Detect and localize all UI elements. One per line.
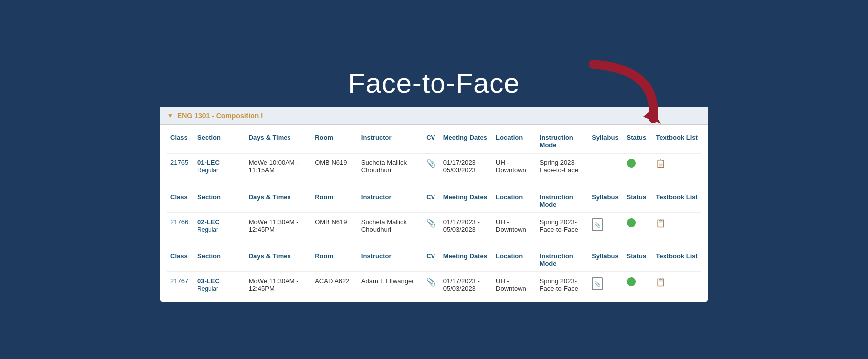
textbook-cell-1: 📋 — [653, 153, 701, 179]
col-header-location: Location — [493, 130, 537, 153]
col-header-class-3: Class — [167, 248, 194, 272]
mode-cell-2: Spring 2023-Face-to-Face — [537, 213, 589, 238]
col-header-cv-2: CV — [423, 189, 440, 213]
section-link-2[interactable]: 02-LEC — [197, 218, 243, 226]
syllabus-cell-2: 📎 — [589, 213, 623, 238]
col-header-syllabus-3: Syllabus — [589, 248, 623, 272]
table-section-2: Class Section Days & Times Room Instruct… — [160, 184, 708, 243]
col-header-cv-3: CV — [423, 248, 440, 272]
class-link-1[interactable]: 21765 — [170, 159, 188, 166]
cv-cell-3: 📎 — [423, 272, 440, 297]
col-header-days-3: Days & Times — [246, 248, 312, 272]
cv-attachment-icon-2[interactable]: 📎 — [426, 219, 436, 227]
col-header-section-3: Section — [194, 248, 246, 272]
section-table-1: Class Section Days & Times Room Instruct… — [167, 130, 701, 179]
col-header-instructor: Instructor — [358, 130, 423, 153]
textbook-cell-3: 📋 — [653, 272, 701, 297]
textbook-icon-3[interactable]: 📋 — [656, 277, 666, 287]
col-header-location-2: Location — [493, 189, 537, 213]
room-cell-1: OMB N619 — [312, 153, 358, 179]
section-link-1[interactable]: 01-LEC — [197, 159, 243, 166]
outer-container: Face-to-Face ▼ ENG 1301 - Composition I … — [160, 57, 708, 302]
section-type-1: Regular — [197, 167, 218, 174]
status-dot-1 — [627, 159, 636, 168]
col-header-days-2: Days & Times — [246, 189, 312, 213]
instructor-cell-2: Sucheta Mallick Choudhuri — [358, 213, 423, 238]
section-table-2: Class Section Days & Times Room Instruct… — [167, 189, 701, 238]
table-section-1: Class Section Days & Times Room Instruct… — [160, 125, 708, 184]
room-cell-3: ACAD A622 — [312, 272, 358, 297]
col-header-meeting-2: Meeting Dates — [440, 189, 493, 213]
textbook-icon-2[interactable]: 📋 — [656, 218, 666, 228]
section-cell-1: 01-LEC Regular — [194, 153, 246, 179]
col-header-mode-3: Instruction Mode — [537, 248, 589, 272]
col-header-textbook: Textbook List — [653, 130, 701, 153]
syllabus-icon-2[interactable]: 📎 — [592, 218, 603, 231]
cv-attachment-icon-1[interactable]: 📎 — [426, 159, 436, 168]
col-header-class: Class — [167, 130, 194, 153]
location-cell-2: UH - Downtown — [493, 213, 537, 238]
col-header-instructor-3: Instructor — [358, 248, 423, 272]
col-header-section-2: Section — [194, 189, 246, 213]
col-header-days: Days & Times — [246, 130, 312, 153]
col-header-textbook-3: Textbook List — [653, 248, 701, 272]
section-type-2: Regular — [197, 226, 218, 233]
textbook-icon-1[interactable]: 📋 — [656, 159, 666, 168]
days-cell-3: MoWe 11:30AM - 12:45PM — [246, 272, 312, 297]
page-title: Face-to-Face — [160, 57, 708, 107]
col-header-status-2: Status — [624, 189, 653, 213]
class-number-3: 21767 — [167, 272, 194, 297]
course-title: ENG 1301 - Composition I — [177, 112, 263, 120]
table-row: 21766 02-LEC Regular MoWe 11:30AM - 12:4… — [167, 213, 701, 238]
section-link-3[interactable]: 03-LEC — [197, 277, 243, 285]
class-link-2[interactable]: 21766 — [170, 218, 188, 226]
table-header-row-1: Class Section Days & Times Room Instruct… — [167, 130, 701, 153]
col-header-meeting: Meeting Dates — [440, 130, 493, 153]
table-section-3: Class Section Days & Times Room Instruct… — [160, 243, 708, 302]
col-header-location-3: Location — [493, 248, 537, 272]
col-header-syllabus: Syllabus — [589, 130, 623, 153]
status-cell-3 — [624, 272, 653, 297]
meeting-cell-2: 01/17/2023 - 05/03/2023 — [440, 213, 493, 238]
col-header-status: Status — [624, 130, 653, 153]
status-cell-2 — [624, 213, 653, 238]
class-link-3[interactable]: 21767 — [170, 277, 188, 285]
cv-cell-2: 📎 — [423, 213, 440, 238]
col-header-meeting-3: Meeting Dates — [440, 248, 493, 272]
cv-cell-1: 📎 — [423, 153, 440, 179]
col-header-syllabus-2: Syllabus — [589, 189, 623, 213]
col-header-mode-2: Instruction Mode — [537, 189, 589, 213]
col-header-room: Room — [312, 130, 358, 153]
cv-attachment-icon-3[interactable]: 📎 — [426, 278, 436, 286]
col-header-cv: CV — [423, 130, 440, 153]
col-header-textbook-2: Textbook List — [653, 189, 701, 213]
meeting-cell-1: 01/17/2023 - 05/03/2023 — [440, 153, 493, 179]
course-header: ▼ ENG 1301 - Composition I — [160, 107, 708, 125]
status-dot-3 — [627, 277, 636, 286]
syllabus-cell-3: 📎 — [589, 272, 623, 297]
table-header-row-3: Class Section Days & Times Room Instruct… — [167, 248, 701, 272]
mode-cell-3: Spring 2023-Face-to-Face — [537, 272, 589, 297]
meeting-cell-3: 01/17/2023 - 05/03/2023 — [440, 272, 493, 297]
col-header-room-2: Room — [312, 189, 358, 213]
syllabus-icon-3[interactable]: 📎 — [592, 277, 603, 290]
section-cell-2: 02-LEC Regular — [194, 213, 246, 238]
collapse-icon[interactable]: ▼ — [167, 112, 173, 119]
class-number-1: 21765 — [167, 153, 194, 179]
textbook-cell-2: 📋 — [653, 213, 701, 238]
status-cell-1 — [624, 153, 653, 179]
syllabus-cell-1 — [589, 153, 623, 179]
days-cell-1: MoWe 10:00AM - 11:15AM — [246, 153, 312, 179]
col-header-instructor-2: Instructor — [358, 189, 423, 213]
instructor-cell-1: Sucheta Mallick Choudhuri — [358, 153, 423, 179]
instructor-cell-3: Adam T Ellwanger — [358, 272, 423, 297]
room-cell-2: OMB N619 — [312, 213, 358, 238]
location-cell-3: UH - Downtown — [493, 272, 537, 297]
col-header-room-3: Room — [312, 248, 358, 272]
col-header-section: Section — [194, 130, 246, 153]
mode-cell-1: Spring 2023-Face-to-Face — [537, 153, 589, 179]
table-row: 21767 03-LEC Regular MoWe 11:30AM - 12:4… — [167, 272, 701, 297]
class-number-2: 21766 — [167, 213, 194, 238]
main-content: ▼ ENG 1301 - Composition I Class Section… — [160, 107, 708, 302]
table-header-row-2: Class Section Days & Times Room Instruct… — [167, 189, 701, 213]
